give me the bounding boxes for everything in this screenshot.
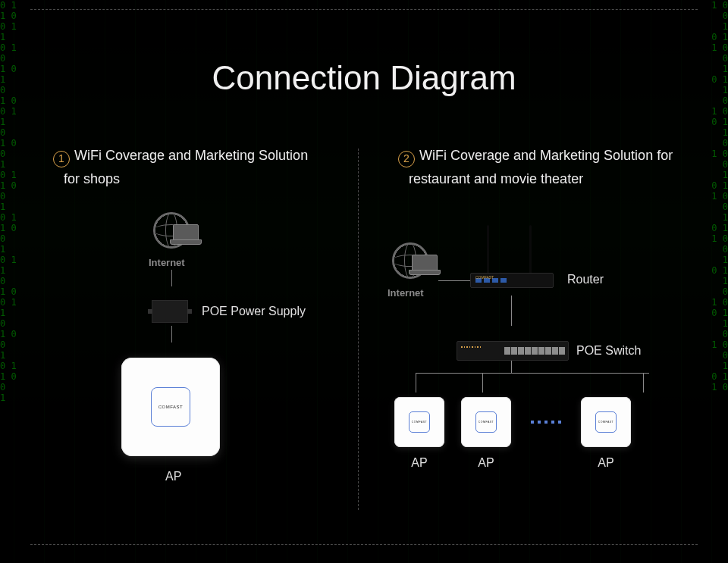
tree-connector bbox=[416, 361, 643, 397]
diagram-columns: 1WiFi Coverage and Marketing Solution fo… bbox=[53, 144, 682, 518]
internet-label: Internet bbox=[388, 287, 424, 299]
router-brand: COMFAST bbox=[475, 275, 494, 280]
section-2-heading: 2WiFi Coverage and Marketing Solution fo… bbox=[398, 144, 682, 190]
ellipsis-dots bbox=[528, 397, 564, 447]
section-2: 2WiFi Coverage and Marketing Solution fo… bbox=[356, 144, 682, 518]
section-1-number: 1 bbox=[53, 151, 70, 167]
ap-caption: AP bbox=[165, 470, 341, 483]
antenna-icon bbox=[529, 225, 532, 274]
switch-port-icon bbox=[511, 347, 517, 355]
ap-brand-label: COMFAST bbox=[409, 411, 430, 433]
laptop-icon bbox=[173, 224, 199, 241]
connector-line bbox=[511, 361, 512, 373]
poe-label: POE Power Supply bbox=[202, 305, 306, 318]
connector-line bbox=[438, 280, 470, 281]
access-point-small: COMFAST bbox=[461, 397, 511, 447]
divider-bottom bbox=[30, 544, 698, 545]
poe-switch-node bbox=[457, 341, 569, 361]
connector-line bbox=[416, 373, 416, 393]
switch-row: POE Switch bbox=[394, 341, 682, 361]
section-1: 1WiFi Coverage and Marketing Solution fo… bbox=[53, 144, 356, 518]
ap-item: COMFAST AP bbox=[394, 397, 444, 470]
access-point-small: COMFAST bbox=[394, 397, 444, 447]
poe-supply-node: POE Power Supply bbox=[144, 300, 341, 323]
internet-node: Internet bbox=[392, 242, 445, 288]
section-2-subtitle: restaurant and movie theater bbox=[398, 167, 682, 191]
ap-caption: AP bbox=[478, 456, 494, 470]
page-title: Connection Diagram bbox=[0, 59, 728, 97]
switch-port-icon bbox=[532, 347, 538, 355]
poe-adapter-icon bbox=[152, 300, 188, 323]
ap-caption: AP bbox=[411, 456, 427, 470]
connector-line bbox=[482, 373, 483, 393]
switch-port-icon bbox=[504, 347, 510, 355]
router-port-icon bbox=[500, 278, 507, 283]
antenna-icon bbox=[487, 225, 489, 274]
connector-line bbox=[416, 373, 649, 374]
router-body-icon: COMFAST bbox=[470, 273, 554, 288]
diagram-1: Internet POE Power Supply COMFAST AP bbox=[144, 212, 341, 483]
switch-leds-icon bbox=[461, 346, 481, 348]
connector-line bbox=[511, 296, 512, 326]
access-point-large: COMFAST bbox=[121, 358, 220, 456]
internet-label: Internet bbox=[149, 257, 185, 268]
section-1-title: WiFi Coverage and Marketing Solution bbox=[74, 148, 308, 163]
switch-port-icon bbox=[538, 347, 544, 355]
section-2-number: 2 bbox=[398, 151, 415, 167]
ap-brand-label: COMFAST bbox=[151, 387, 190, 427]
divider-top bbox=[30, 9, 698, 10]
access-point-small: COMFAST bbox=[581, 397, 631, 447]
connector-line bbox=[171, 270, 172, 286]
switch-port-icon bbox=[525, 347, 531, 355]
ap-row: COMFAST AP COMFAST AP COMFAST bbox=[394, 397, 682, 470]
section-1-heading: 1WiFi Coverage and Marketing Solution fo… bbox=[53, 144, 356, 190]
router-node: COMFAST bbox=[470, 227, 554, 288]
diagram-2: Internet COMFAST Router bbox=[394, 227, 682, 470]
ap-item: COMFAST AP bbox=[461, 397, 511, 470]
switch-port-icon bbox=[545, 347, 551, 355]
section-2-title: WiFi Coverage and Marketing Solution for bbox=[419, 148, 673, 163]
switch-port-icon bbox=[559, 347, 565, 355]
laptop-icon bbox=[412, 255, 438, 271]
switch-port-icon bbox=[518, 347, 524, 355]
switch-port-icon bbox=[552, 347, 558, 355]
connector-line bbox=[171, 326, 172, 342]
ap-caption: AP bbox=[598, 456, 613, 470]
internet-node: Internet bbox=[153, 212, 206, 258]
router-label: Router bbox=[567, 273, 604, 286]
ap-brand-label: COMFAST bbox=[475, 411, 497, 433]
router-row: Internet COMFAST Router bbox=[394, 227, 682, 296]
switch-label: POE Switch bbox=[576, 344, 641, 358]
ap-brand-label: COMFAST bbox=[595, 411, 617, 433]
section-1-subtitle: for shops bbox=[53, 167, 356, 191]
ap-item: COMFAST AP bbox=[581, 397, 631, 470]
connector-line bbox=[643, 373, 644, 393]
